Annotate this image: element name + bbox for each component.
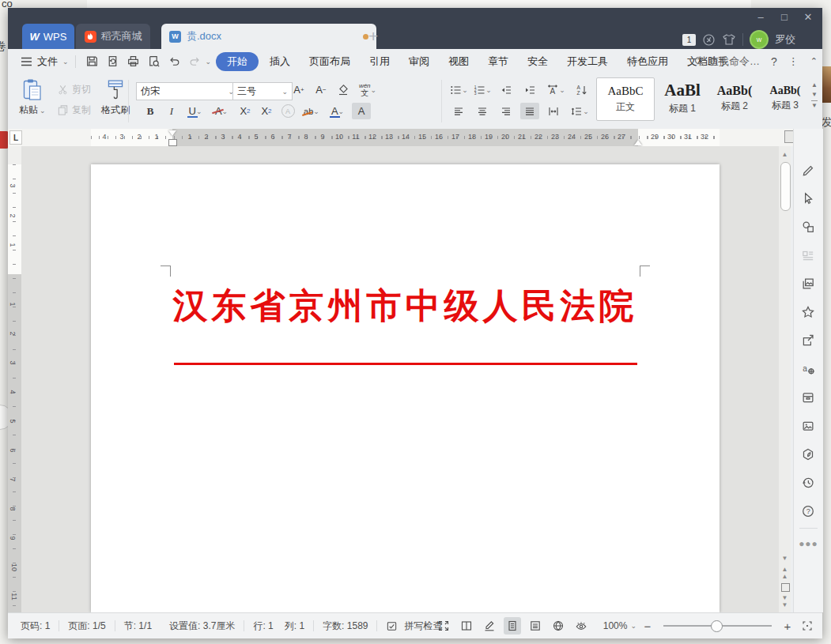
zoom-percent[interactable]: 100%	[603, 620, 628, 631]
new-tab-button[interactable]: +	[368, 27, 378, 46]
status-setting-value[interactable]: 设置值: 3.7厘米	[161, 620, 244, 633]
numbered-list-icon[interactable]: 123⌄	[473, 81, 492, 98]
file-menu[interactable]: 文件	[37, 55, 58, 69]
style-heading2[interactable]: AaBb( 标题 2	[710, 77, 759, 119]
history-icon[interactable]	[801, 476, 815, 490]
close-button[interactable]: ✕	[798, 8, 818, 25]
premium-icon[interactable]	[702, 33, 716, 47]
right-indent-marker[interactable]	[634, 140, 642, 145]
tab-document[interactable]: W 贵.docx	[161, 24, 376, 49]
save-icon[interactable]	[82, 53, 103, 70]
star-icon[interactable]	[801, 305, 815, 319]
font-color-icon[interactable]: A⌄	[326, 103, 349, 119]
increase-font-icon[interactable]: A+	[289, 81, 308, 98]
docer-resource-icon[interactable]	[801, 447, 815, 461]
clear-format-icon[interactable]	[334, 81, 353, 98]
char-scale-icon[interactable]: A⌄	[544, 81, 568, 98]
align-center-icon[interactable]	[473, 103, 492, 119]
superscript-icon[interactable]: X2	[236, 103, 255, 119]
font-size-select[interactable]: 三号⌄	[232, 82, 293, 100]
eye-protect-icon[interactable]	[572, 617, 590, 635]
style-normal[interactable]: AaBbC 正文	[596, 77, 655, 121]
justify-icon[interactable]	[520, 103, 539, 119]
enclosed-char-icon[interactable]: A	[278, 103, 297, 119]
align-right-icon[interactable]	[497, 103, 516, 119]
document-workspace[interactable]: 汉东省京州市中级人民法院	[21, 146, 779, 612]
decrease-font-icon[interactable]: A−	[312, 81, 331, 98]
user-avatar[interactable]: W	[750, 30, 769, 49]
maximize-button[interactable]: □	[774, 8, 795, 25]
export-icon[interactable]	[103, 53, 123, 70]
file-cabinet-icon[interactable]	[801, 390, 815, 405]
styles-gallery-more-icon[interactable]: ▼	[811, 100, 818, 109]
previous-page-icon[interactable]: ▲▲	[779, 567, 791, 578]
print-preview-icon[interactable]	[144, 53, 164, 70]
redo-icon[interactable]	[185, 53, 206, 70]
distribute-icon[interactable]	[544, 103, 563, 119]
document-red-rule[interactable]	[174, 363, 637, 365]
tab-references[interactable]: 引用	[361, 52, 398, 71]
sidebar-more-icon[interactable]: ●●●	[794, 538, 823, 549]
vertical-ruler[interactable]: 321 1234567891011	[8, 146, 21, 612]
quickbar-caret-icon[interactable]: ⌄	[206, 58, 212, 66]
copy-button[interactable]: 复制	[57, 104, 91, 117]
select-browse-object-icon[interactable]	[781, 583, 790, 592]
select-cursor-icon[interactable]	[801, 191, 815, 205]
tab-security[interactable]: 安全	[519, 52, 556, 71]
first-line-indent-marker[interactable]	[168, 130, 176, 136]
tab-dev-tools[interactable]: 开发工具	[559, 52, 616, 71]
strikethrough-icon[interactable]: A⌄	[210, 103, 233, 119]
tab-view[interactable]: 视图	[440, 52, 477, 71]
picture-stack-icon[interactable]	[801, 277, 815, 291]
translate-icon[interactable]: a	[801, 362, 815, 376]
bullet-list-icon[interactable]: ⌄	[449, 81, 468, 98]
left-indent-marker[interactable]	[168, 139, 177, 146]
tab-special-features[interactable]: 特色应用	[619, 52, 676, 71]
write-mode-icon[interactable]	[481, 617, 498, 635]
status-section[interactable]: 节: 1/1	[115, 620, 161, 633]
zoom-caret-icon[interactable]: ⌄	[630, 622, 636, 630]
font-name-select[interactable]: 仿宋⌄	[136, 82, 239, 100]
web-layout-icon[interactable]	[550, 617, 567, 635]
tab-page-layout[interactable]: 页面布局	[301, 52, 358, 71]
paste-button[interactable]: 粘贴⌄	[19, 78, 46, 117]
tab-section[interactable]: 章节	[480, 52, 516, 71]
help-icon[interactable]: ?	[801, 504, 815, 518]
collapse-ribbon-icon[interactable]: ⌃	[810, 56, 818, 66]
more-menu-icon[interactable]: ⋮	[788, 55, 799, 67]
zoom-slider-thumb[interactable]	[711, 620, 723, 632]
underline-icon[interactable]: U⌄	[183, 103, 207, 119]
tab-home[interactable]: 开始	[216, 52, 259, 71]
align-left-icon[interactable]	[449, 103, 468, 119]
decrease-indent-icon[interactable]	[497, 81, 516, 98]
styles-scroll-down-icon[interactable]: ▼	[811, 91, 818, 98]
format-painter-button[interactable]: 格式刷	[101, 78, 130, 117]
status-pages[interactable]: 页面: 1/5	[59, 620, 114, 633]
char-shading-icon[interactable]: A	[352, 103, 371, 119]
skin-shirt-icon[interactable]	[722, 33, 736, 46]
style-heading3[interactable]: AaBb( 标题 3	[761, 77, 810, 119]
italic-icon[interactable]: I	[162, 103, 181, 119]
scrollbar-thumb[interactable]	[780, 162, 791, 211]
tab-insert[interactable]: 插入	[262, 52, 298, 71]
bold-icon[interactable]: B	[141, 103, 160, 119]
line-spacing-icon[interactable]: ⌄	[568, 103, 591, 119]
style-heading1[interactable]: AaBl 标题 1	[658, 77, 707, 119]
vertical-scrollbar[interactable]: ▲ ▼ ▲▲ ▼▼	[779, 146, 791, 612]
find-command-box[interactable]: 查找命令…	[694, 55, 760, 69]
image-icon[interactable]	[801, 419, 815, 433]
subscript-icon[interactable]: X2	[257, 103, 276, 119]
scroll-up-icon[interactable]: ▲	[779, 149, 791, 160]
status-page-number[interactable]: 页码: 1	[8, 620, 59, 633]
minimize-button[interactable]: –	[750, 8, 771, 25]
text-wrap-icon[interactable]	[801, 248, 815, 262]
pinyin-guide-icon[interactable]: wén文⌄	[356, 81, 380, 98]
page-mode-icon[interactable]	[504, 617, 521, 635]
doc-count-badge[interactable]: 1	[682, 34, 696, 46]
zoom-slider[interactable]	[663, 625, 772, 627]
outline-mode-icon[interactable]	[527, 617, 544, 635]
document-page[interactable]: 汉东省京州市中级人民法院	[91, 164, 720, 612]
user-name[interactable]: 罗佼	[775, 32, 795, 47]
sort-icon[interactable]: AZ	[572, 81, 591, 98]
shapes-icon[interactable]	[801, 220, 815, 234]
